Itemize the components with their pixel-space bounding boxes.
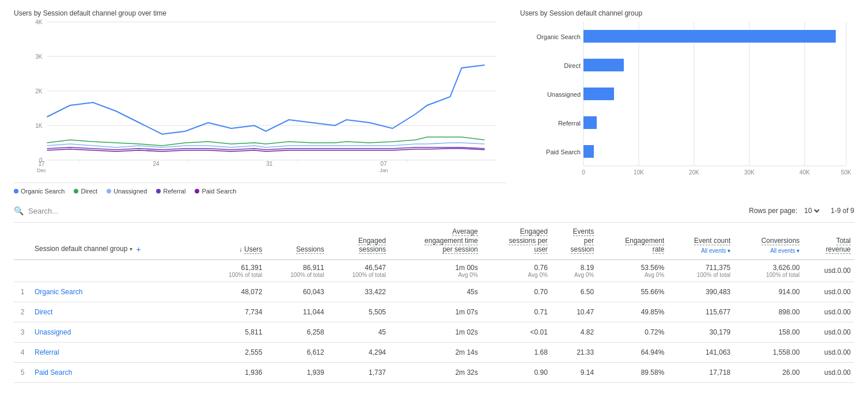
channel-paid-search[interactable]: Paid Search — [31, 362, 204, 382]
engaged-2: 5,505 — [328, 302, 389, 322]
svg-text:50K: 50K — [841, 169, 851, 176]
table-row: 4 Referral 2,555 6,612 4,294 2m 14s 1.68… — [14, 342, 854, 362]
users-4: 2,555 — [204, 342, 266, 362]
rows-per-page-label: Rows per page: — [749, 207, 797, 215]
legend-label-organic: Organic Search — [21, 188, 65, 195]
x-label-31: 31 — [266, 161, 272, 173]
legend-referral: Referral — [156, 188, 185, 195]
filter-dropdown-icon[interactable]: ▾ — [130, 245, 132, 253]
total-conversions-sub: 100% of total — [737, 272, 799, 278]
total-avg-time-sub: Avg 0% — [393, 272, 478, 278]
channel-direct[interactable]: Direct — [31, 302, 204, 322]
col-conversions[interactable]: Conversions All events ▾ — [734, 223, 803, 260]
engrate-4: 64.94% — [597, 342, 668, 362]
total-revenue: usd.0.00 — [806, 267, 851, 275]
legend-label-unassigned: Unassigned — [113, 188, 147, 195]
svg-text:Direct: Direct — [564, 62, 581, 69]
channel-unassigned[interactable]: Unassigned — [31, 322, 204, 342]
table-row: 1 Organic Search 48,072 60,043 33,422 45… — [14, 282, 854, 302]
eventcount-4: 141,063 — [668, 342, 734, 362]
eventcount-5: 17,718 — [668, 362, 734, 382]
engaged-5: 1,737 — [328, 362, 389, 382]
svg-text:10K: 10K — [634, 169, 644, 176]
sessions-3: 6,258 — [266, 322, 327, 342]
svg-text:40K: 40K — [799, 169, 810, 176]
engaged-3: 45 — [328, 322, 389, 342]
col-eng-rate[interactable]: Engagementrate — [597, 223, 668, 260]
legend-dot-paid — [195, 189, 199, 193]
search-placeholder: Search... — [28, 207, 58, 215]
col-eng-per-user[interactable]: Engagedsessions peruser — [482, 223, 551, 260]
line-chart-container: Users by Session default channel group o… — [14, 9, 506, 195]
x-label-07: 07Jan — [380, 161, 388, 173]
svg-rect-26 — [583, 59, 624, 71]
svg-text:1K: 1K — [35, 123, 43, 129]
legend-dot-unassigned — [107, 189, 111, 193]
table-section: 🔍 Search... Rows per page: 10 25 50 1-9 … — [0, 199, 868, 397]
col-rank — [14, 223, 31, 260]
svg-text:Organic Search: Organic Search — [537, 33, 581, 40]
conversions-3: 158.00 — [734, 322, 803, 342]
sessions-4: 6,612 — [266, 342, 327, 362]
legend-label-referral: Referral — [163, 188, 185, 195]
legend-label-paid: Paid Search — [202, 188, 236, 195]
channel-organic[interactable]: Organic Search — [31, 282, 204, 302]
eventspersession-2: 10.47 — [551, 302, 597, 322]
channel-referral[interactable]: Referral — [31, 342, 204, 362]
total-event-count: 711,375 — [671, 264, 730, 272]
legend-dot-direct — [74, 189, 78, 193]
col-engaged[interactable]: Engagedsessions — [328, 223, 389, 260]
col-sessions[interactable]: Sessions — [266, 223, 327, 260]
x-label-17: 17Dec — [37, 161, 46, 173]
avgtime-1: 45s — [389, 282, 482, 302]
add-dimension-btn[interactable]: + — [136, 244, 141, 254]
revenue-2: usd.0.00 — [803, 302, 854, 322]
conversions-2: 898.00 — [734, 302, 803, 322]
rows-per-page-select[interactable]: 10 25 50 — [802, 206, 821, 215]
revenue-1: usd.0.00 — [803, 282, 854, 302]
total-eng-per-user: 0.76 — [485, 264, 548, 272]
rank-5: 5 — [14, 362, 31, 382]
col-event-count[interactable]: Event count All events ▾ — [668, 223, 734, 260]
svg-text:Paid Search: Paid Search — [546, 149, 581, 155]
data-table: Session default channel group ▾ + ↓ User… — [14, 223, 854, 383]
total-sessions: 86,911 — [269, 264, 324, 272]
engperuser-2: 0.71 — [482, 302, 551, 322]
col-channel[interactable]: Session default channel group ▾ + — [31, 223, 204, 260]
col-users[interactable]: ↓ Users — [204, 223, 266, 260]
line-chart-legend: Organic Search Direct Unassigned Referra… — [14, 183, 506, 195]
total-eng-per-user-sub: Avg 0% — [485, 272, 548, 278]
revenue-3: usd.0.00 — [803, 322, 854, 342]
svg-text:0: 0 — [582, 169, 585, 176]
conversions-filter[interactable]: All events ▾ — [770, 248, 799, 254]
total-event-count-sub: 100% of total — [671, 272, 730, 278]
line-chart-title: Users by Session default channel group o… — [14, 9, 506, 17]
col-events-per-session[interactable]: Eventspersession — [551, 223, 597, 260]
total-users: 61,391 — [207, 264, 262, 272]
users-1: 48,072 — [204, 282, 266, 302]
col-revenue[interactable]: Totalrevenue — [803, 223, 854, 260]
sessions-1: 60,043 — [266, 282, 327, 302]
legend-dot-referral — [156, 189, 161, 193]
search-box[interactable]: 🔍 Search... — [14, 206, 58, 215]
line-chart-svg: 4K 3K 2K 1K 0 — [14, 22, 506, 160]
svg-text:Referral: Referral — [558, 120, 581, 127]
table-header-row: Session default channel group ▾ + ↓ User… — [14, 223, 854, 260]
rows-per-page-control: Rows per page: 10 25 50 1-9 of 9 — [749, 206, 854, 215]
search-row: 🔍 Search... Rows per page: 10 25 50 1-9 … — [14, 199, 854, 223]
engperuser-4: 1.68 — [482, 342, 551, 362]
event-count-filter[interactable]: All events ▾ — [701, 247, 730, 254]
total-engaged-sub: 100% of total — [331, 272, 386, 278]
engrate-3: 0.72% — [597, 322, 668, 342]
total-users-sub: 100% of total — [207, 272, 262, 278]
col-avg-time[interactable]: Averageengagement timeper session — [389, 223, 482, 260]
bar-chart-svg: Organic Search Direct Unassigned Referra… — [520, 22, 854, 189]
users-2: 7,734 — [204, 302, 266, 322]
sort-arrow-icon: ↓ — [239, 245, 244, 253]
col-channel-label: Session default channel group — [35, 245, 127, 254]
revenue-4: usd.0.00 — [803, 342, 854, 362]
revenue-5: usd.0.00 — [803, 362, 854, 382]
table-row: 2 Direct 7,734 11,044 5,505 1m 07s 0.71 … — [14, 302, 854, 322]
avgtime-4: 2m 14s — [389, 342, 482, 362]
total-sessions-sub: 100% of total — [269, 272, 324, 278]
